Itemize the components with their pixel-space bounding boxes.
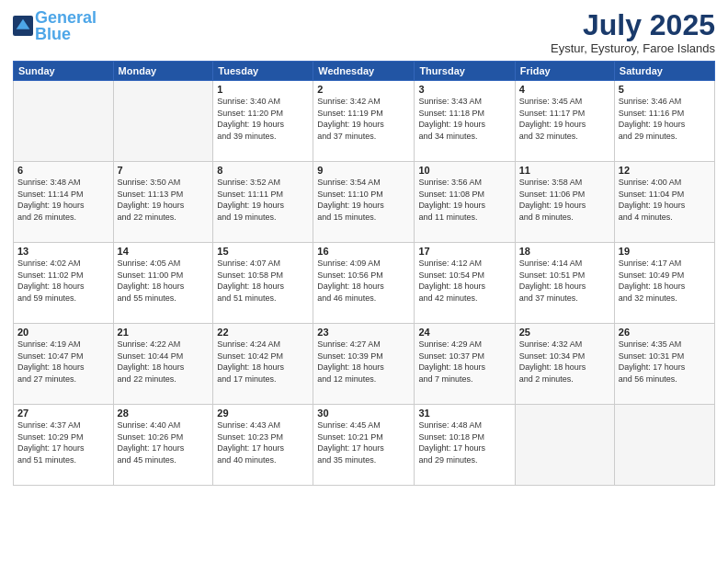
day-info: Sunrise: 3:58 AMSunset: 11:06 PMDaylight… [519,177,610,223]
day-number: 22 [217,327,309,338]
day-info: Sunrise: 4:02 AMSunset: 11:02 PMDaylight… [17,258,109,304]
day-info: Sunrise: 4:07 AMSunset: 10:58 PMDaylight… [217,258,309,304]
day-number: 6 [17,165,109,176]
day-number: 12 [619,165,711,176]
day-number: 2 [317,84,410,95]
day-info: Sunrise: 4:43 AMSunset: 10:23 PMDaylight… [217,419,309,465]
calendar-day: 5Sunrise: 3:46 AMSunset: 11:16 PMDayligh… [614,81,714,162]
day-number: 5 [619,84,711,95]
weekday-header: Tuesday [213,62,313,81]
calendar-day: 4Sunrise: 3:45 AMSunset: 11:17 PMDayligh… [515,81,614,162]
day-number: 13 [17,246,109,257]
day-number: 21 [118,327,210,338]
calendar-day: 22Sunrise: 4:24 AMSunset: 10:42 PMDaylig… [213,324,313,405]
day-number: 26 [619,327,711,338]
day-number: 14 [118,246,210,257]
month-title: July 2025 [551,9,715,41]
day-number: 20 [17,327,109,338]
weekday-header: Sunday [14,62,114,81]
day-info: Sunrise: 4:32 AMSunset: 10:34 PMDaylight… [519,339,610,385]
day-info: Sunrise: 3:52 AMSunset: 11:11 PMDaylight… [217,177,309,223]
day-info: Sunrise: 4:35 AMSunset: 10:31 PMDaylight… [619,339,711,385]
calendar-day [515,405,614,486]
calendar-day: 9Sunrise: 3:54 AMSunset: 11:10 PMDayligh… [313,162,415,243]
calendar-week-row: 20Sunrise: 4:19 AMSunset: 10:47 PMDaylig… [14,324,715,405]
day-info: Sunrise: 4:48 AMSunset: 10:18 PMDaylight… [418,419,510,465]
day-info: Sunrise: 4:22 AMSunset: 10:44 PMDaylight… [118,339,210,385]
calendar-day: 7Sunrise: 3:50 AMSunset: 11:13 PMDayligh… [113,162,213,243]
calendar-day: 17Sunrise: 4:12 AMSunset: 10:54 PMDaylig… [415,243,515,324]
day-info: Sunrise: 3:50 AMSunset: 11:13 PMDaylight… [118,177,210,223]
day-info: Sunrise: 4:05 AMSunset: 11:00 PMDaylight… [118,258,210,304]
logo: General Blue [13,9,97,42]
day-info: Sunrise: 4:12 AMSunset: 10:54 PMDaylight… [418,258,510,304]
day-number: 30 [317,408,410,419]
weekday-row: SundayMondayTuesdayWednesdayThursdayFrid… [14,62,715,81]
calendar-day: 11Sunrise: 3:58 AMSunset: 11:06 PMDaylig… [515,162,614,243]
day-number: 28 [118,408,210,419]
calendar-day: 2Sunrise: 3:42 AMSunset: 11:19 PMDayligh… [313,81,415,162]
day-number: 19 [619,246,711,257]
day-info: Sunrise: 4:00 AMSunset: 11:04 PMDaylight… [619,177,711,223]
logo-icon [13,16,33,36]
day-number: 16 [317,246,410,257]
day-info: Sunrise: 4:40 AMSunset: 10:26 PMDaylight… [118,419,210,465]
calendar-week-row: 6Sunrise: 3:48 AMSunset: 11:14 PMDayligh… [14,162,715,243]
logo-line1: General [35,8,97,27]
day-info: Sunrise: 4:37 AMSunset: 10:29 PMDaylight… [17,419,109,465]
day-info: Sunrise: 4:27 AMSunset: 10:39 PMDaylight… [317,339,410,385]
day-info: Sunrise: 3:40 AMSunset: 11:20 PMDaylight… [217,96,309,142]
subtitle: Eystur, Eysturoy, Faroe Islands [551,41,715,55]
calendar-day: 16Sunrise: 4:09 AMSunset: 10:56 PMDaylig… [313,243,415,324]
calendar-day: 28Sunrise: 4:40 AMSunset: 10:26 PMDaylig… [113,405,213,486]
day-number: 29 [217,408,309,419]
day-info: Sunrise: 4:29 AMSunset: 10:37 PMDaylight… [418,339,510,385]
calendar-day: 29Sunrise: 4:43 AMSunset: 10:23 PMDaylig… [213,405,313,486]
logo-text: General Blue [35,9,97,42]
day-info: Sunrise: 4:17 AMSunset: 10:49 PMDaylight… [619,258,711,304]
weekday-header: Wednesday [313,62,415,81]
calendar-day: 12Sunrise: 4:00 AMSunset: 11:04 PMDaylig… [614,162,714,243]
day-number: 15 [217,246,309,257]
calendar: SundayMondayTuesdayWednesdayThursdayFrid… [13,61,715,486]
day-info: Sunrise: 4:45 AMSunset: 10:21 PMDaylight… [317,419,410,465]
calendar-day: 8Sunrise: 3:52 AMSunset: 11:11 PMDayligh… [213,162,313,243]
calendar-day: 25Sunrise: 4:32 AMSunset: 10:34 PMDaylig… [515,324,614,405]
calendar-day: 30Sunrise: 4:45 AMSunset: 10:21 PMDaylig… [313,405,415,486]
title-block: July 2025 Eystur, Eysturoy, Faroe Island… [551,9,715,55]
day-number: 31 [418,408,510,419]
calendar-day: 3Sunrise: 3:43 AMSunset: 11:18 PMDayligh… [415,81,515,162]
calendar-day: 14Sunrise: 4:05 AMSunset: 11:00 PMDaylig… [113,243,213,324]
day-number: 9 [317,165,410,176]
day-info: Sunrise: 3:54 AMSunset: 11:10 PMDaylight… [317,177,410,223]
calendar-week-row: 1Sunrise: 3:40 AMSunset: 11:20 PMDayligh… [14,81,715,162]
calendar-header: SundayMondayTuesdayWednesdayThursdayFrid… [14,62,715,81]
calendar-day [14,81,114,162]
day-info: Sunrise: 3:43 AMSunset: 11:18 PMDaylight… [418,96,510,142]
day-info: Sunrise: 3:46 AMSunset: 11:16 PMDaylight… [619,96,711,142]
calendar-day [614,405,714,486]
calendar-day [113,81,213,162]
calendar-day: 13Sunrise: 4:02 AMSunset: 11:02 PMDaylig… [14,243,114,324]
calendar-day: 23Sunrise: 4:27 AMSunset: 10:39 PMDaylig… [313,324,415,405]
day-info: Sunrise: 3:45 AMSunset: 11:17 PMDaylight… [519,96,610,142]
logo-line2: Blue [35,25,71,43]
calendar-week-row: 27Sunrise: 4:37 AMSunset: 10:29 PMDaylig… [14,405,715,486]
day-info: Sunrise: 4:24 AMSunset: 10:42 PMDaylight… [217,339,309,385]
calendar-day: 19Sunrise: 4:17 AMSunset: 10:49 PMDaylig… [614,243,714,324]
weekday-header: Friday [515,62,614,81]
day-number: 10 [418,165,510,176]
calendar-day: 21Sunrise: 4:22 AMSunset: 10:44 PMDaylig… [113,324,213,405]
calendar-body: 1Sunrise: 3:40 AMSunset: 11:20 PMDayligh… [14,81,715,486]
day-number: 25 [519,327,610,338]
day-number: 8 [217,165,309,176]
weekday-header: Saturday [614,62,714,81]
weekday-header: Monday [113,62,213,81]
header: General Blue July 2025 Eystur, Eysturoy,… [13,9,715,55]
calendar-day: 24Sunrise: 4:29 AMSunset: 10:37 PMDaylig… [415,324,515,405]
day-number: 7 [118,165,210,176]
day-number: 4 [519,84,610,95]
calendar-week-row: 13Sunrise: 4:02 AMSunset: 11:02 PMDaylig… [14,243,715,324]
calendar-day: 31Sunrise: 4:48 AMSunset: 10:18 PMDaylig… [415,405,515,486]
calendar-day: 18Sunrise: 4:14 AMSunset: 10:51 PMDaylig… [515,243,614,324]
